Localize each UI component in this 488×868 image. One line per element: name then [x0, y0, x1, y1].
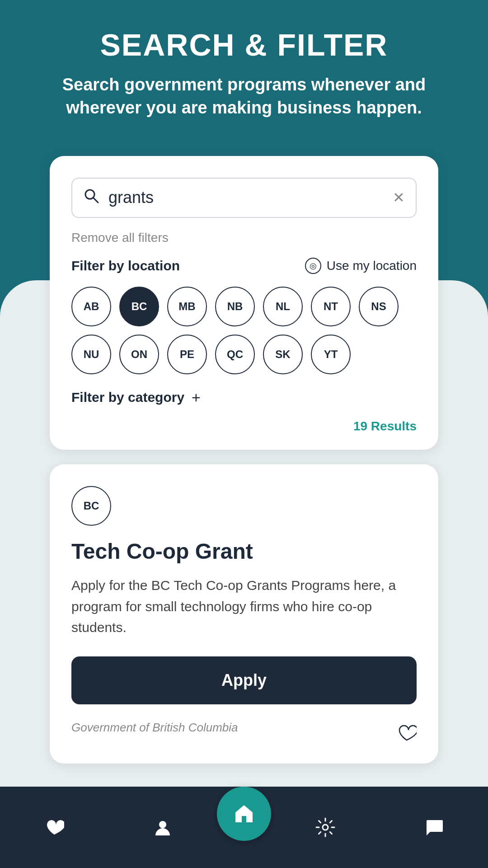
apply-button[interactable]: Apply — [71, 656, 417, 704]
filter-location-label: Filter by location — [71, 258, 180, 274]
page-subtitle: Search government programs whenever and … — [27, 73, 461, 120]
result-org: Government of British Columbia — [71, 721, 417, 735]
province-nt[interactable]: NT — [311, 287, 351, 326]
province-nu[interactable]: NU — [71, 335, 111, 374]
use-location-label: Use my location — [327, 259, 417, 273]
province-yt[interactable]: YT — [311, 335, 351, 374]
province-ns[interactable]: NS — [359, 287, 399, 326]
svg-point-2 — [159, 821, 166, 828]
nav-chat[interactable] — [380, 817, 488, 837]
search-box[interactable]: grants ✕ — [71, 178, 417, 218]
clear-search-button[interactable]: ✕ — [393, 189, 405, 206]
result-description: Apply for the BC Tech Co-op Grants Progr… — [71, 575, 417, 638]
search-input[interactable]: grants — [108, 188, 393, 207]
province-qc[interactable]: QC — [215, 335, 255, 374]
favorite-button[interactable] — [397, 723, 417, 747]
province-pe[interactable]: PE — [167, 335, 207, 374]
filter-location-row: Filter by location ◎ Use my location — [71, 258, 417, 274]
remove-filters-link[interactable]: Remove all filters — [71, 231, 417, 245]
nav-profile[interactable] — [108, 817, 217, 837]
page-title: SEARCH & FILTER — [27, 27, 461, 62]
province-mb[interactable]: MB — [167, 287, 207, 326]
bottom-nav — [0, 787, 488, 868]
province-nl[interactable]: NL — [263, 287, 303, 326]
province-on[interactable]: ON — [119, 335, 159, 374]
use-location-button[interactable]: ◎ Use my location — [305, 258, 417, 274]
results-count: 19 Results — [71, 419, 417, 434]
province-bc[interactable]: BC — [119, 287, 159, 326]
province-nb[interactable]: NB — [215, 287, 255, 326]
svg-line-1 — [94, 198, 98, 203]
header: SEARCH & FILTER Search government progra… — [0, 0, 488, 138]
location-icon: ◎ — [305, 258, 321, 274]
nav-settings[interactable] — [271, 817, 380, 837]
search-icon — [83, 188, 99, 208]
filter-category-row: Filter by category + — [71, 389, 417, 406]
province-ab[interactable]: AB — [71, 287, 111, 326]
result-title: Tech Co-op Grant — [71, 538, 417, 565]
nav-favorites[interactable] — [0, 817, 108, 837]
cards-wrapper: grants ✕ Remove all filters Filter by lo… — [50, 156, 438, 764]
phone-container: grants ✕ Remove all filters Filter by lo… — [0, 138, 488, 868]
province-grid: AB BC MB NB NL NT NS NU ON PE QC SK YT — [71, 287, 417, 374]
add-category-button[interactable]: + — [192, 389, 201, 406]
svg-point-3 — [323, 825, 328, 830]
filter-category-label: Filter by category — [71, 390, 184, 405]
result-province-badge: BC — [71, 486, 111, 526]
nav-home-button[interactable] — [217, 787, 271, 841]
result-card: BC Tech Co-op Grant Apply for the BC Tec… — [50, 464, 438, 764]
province-sk[interactable]: SK — [263, 335, 303, 374]
filter-card: grants ✕ Remove all filters Filter by lo… — [50, 156, 438, 450]
